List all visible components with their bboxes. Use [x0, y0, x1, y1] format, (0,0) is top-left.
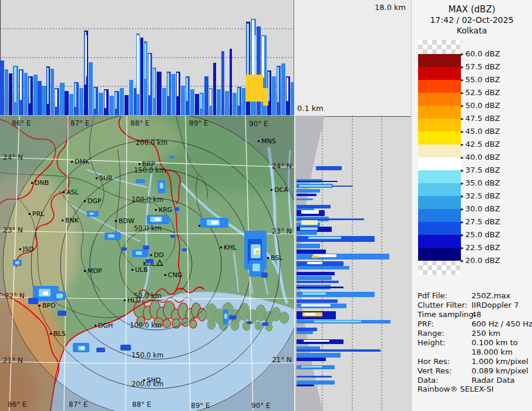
- profile-bar: [230, 49, 232, 115]
- info-row-label: Time sampling:: [417, 310, 476, 319]
- radar-echo: [96, 348, 105, 352]
- profile-bar: [233, 93, 237, 115]
- city-marker: [84, 270, 86, 272]
- profile-bar-accent: [238, 88, 240, 106]
- software-brand-label: Rainbow® SELEX-SI: [417, 385, 494, 393]
- legend-tick: ▸27.5 dBZ: [461, 217, 500, 227]
- city-label: PRL: [32, 210, 45, 218]
- legend-tick-label: 22.5 dBZ: [466, 243, 500, 252]
- radar-echo: [81, 347, 85, 349]
- info-row-value: 48: [472, 310, 482, 319]
- radar-echo: [136, 179, 145, 183]
- radar-echo: [174, 207, 179, 211]
- profile-bar: [129, 80, 133, 115]
- profile-bar: [297, 198, 313, 200]
- legend-swatch: [418, 248, 461, 261]
- profile-bar-accent: [301, 220, 318, 225]
- info-row-label: Clutter Filter:: [417, 301, 467, 309]
- city-label: KRG: [159, 206, 172, 214]
- range-ring-label: 50.0 km: [134, 224, 161, 233]
- graticule-label: 90° E: [249, 120, 268, 128]
- tick-arrow-icon: ▸: [461, 232, 464, 238]
- legend-swatch: [418, 183, 461, 196]
- profile-bar: [195, 94, 199, 115]
- legend-tick-label: 52.5 dBZ: [466, 88, 500, 97]
- city-label: SUR: [99, 174, 113, 182]
- profile-bar-accent: [144, 43, 146, 79]
- profile-bar: [297, 376, 332, 378]
- profile-bar-accent: [149, 54, 150, 95]
- profile-bar: [134, 88, 136, 115]
- city-marker: [150, 254, 152, 256]
- profile-bar: [297, 194, 316, 196]
- range-ring-label: 100.0 km: [132, 196, 163, 204]
- profile-bar: [297, 299, 338, 303]
- info-row-label: PRF:: [417, 319, 434, 328]
- range-ring-label: 200.0 km: [136, 139, 167, 147]
- city-marker: [95, 325, 96, 326]
- profile-bar-accent: [262, 36, 264, 78]
- profile-bar: [297, 205, 331, 208]
- graticule-label: 89° E: [191, 402, 210, 410]
- profile-bar-accent: [139, 42, 140, 89]
- profile-bar: [181, 86, 185, 115]
- profile-bar: [297, 266, 349, 269]
- legend-tick-label: 35.0 dBZ: [466, 178, 500, 187]
- profile-bar: [9, 73, 12, 115]
- profile-bar: [213, 63, 216, 115]
- tick-arrow-icon: ▸: [461, 180, 464, 186]
- city-marker: [31, 182, 33, 184]
- profile-bar: [50, 69, 54, 115]
- legend-tick-label: 25.0 dBZ: [466, 230, 500, 239]
- info-row-value: 1.000 km/pixel: [472, 357, 528, 366]
- profile-bar: [225, 91, 229, 115]
- profile-bar: [297, 181, 338, 182]
- tick-arrow-icon: ▸: [461, 116, 464, 122]
- profile-bar: [297, 254, 389, 260]
- range-ring-label: 200.0 km: [132, 380, 163, 388]
- profile-bar-accent: [20, 70, 22, 100]
- radar-echo: [170, 235, 175, 238]
- city-label: MNS: [261, 137, 276, 145]
- profile-bar-accent: [301, 210, 319, 214]
- city-marker: [132, 269, 133, 271]
- legend-swatch: [418, 106, 461, 119]
- tick-arrow-icon: ▸: [461, 154, 464, 160]
- profile-bar-accent: [305, 313, 315, 315]
- profile-bar: [297, 353, 341, 358]
- city-marker: [84, 200, 86, 202]
- profile-bar-accent: [186, 78, 188, 101]
- city-label: MDP: [87, 267, 102, 275]
- graticule-label: 23° N: [272, 227, 292, 235]
- radar-echo: [120, 345, 131, 351]
- graticule-label: 88° E: [130, 119, 150, 127]
- side-profile-chart: [295, 116, 411, 411]
- profile-bar-accent: [115, 92, 117, 109]
- city-label: DNB: [35, 179, 49, 187]
- city-marker: [96, 177, 97, 179]
- legend-tick: ▸55.0 dBZ: [461, 75, 500, 85]
- radar-echo: [136, 251, 142, 255]
- tick-arrow-icon: ▸: [461, 51, 464, 57]
- profile-bar: [257, 26, 261, 115]
- profile-bar: [109, 96, 114, 115]
- city-label: JSD: [22, 245, 34, 253]
- profile-bar-accent: [299, 185, 332, 187]
- legend-tick: ▸20.0 dBZ: [461, 256, 500, 265]
- city-marker: [164, 274, 166, 276]
- radar-echo: [146, 259, 153, 263]
- radar-echo: [224, 314, 227, 319]
- profile-bar: [297, 218, 364, 220]
- city-marker: [220, 247, 222, 248]
- legend-station: Kolkata: [412, 25, 532, 36]
- profile-bar: [69, 94, 73, 115]
- graticule-label: 86° E: [12, 119, 31, 127]
- profile-bar-accent: [177, 73, 179, 96]
- tick-arrow-icon: ▸: [461, 167, 464, 173]
- profile-bar-accent: [300, 227, 318, 230]
- range-ring-label: 150.0 km: [132, 351, 163, 359]
- city-label: BDW: [119, 217, 134, 225]
- legend-tick: ▸60.0 dBZ: [461, 49, 500, 59]
- profile-bar-accent: [268, 72, 270, 101]
- legend-swatch: [418, 93, 461, 106]
